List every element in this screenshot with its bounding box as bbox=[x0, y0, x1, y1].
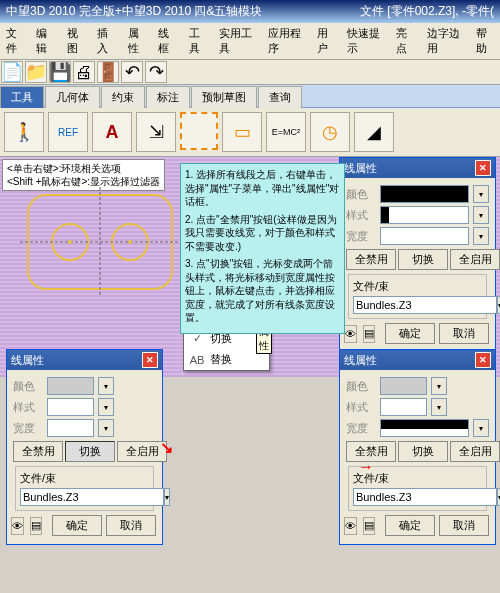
menu-app[interactable]: 应用程序 bbox=[266, 25, 307, 57]
close-icon[interactable]: ✕ bbox=[142, 352, 158, 368]
menu-user[interactable]: 用户 bbox=[315, 25, 337, 57]
app-title: 中望3D 2010 完全版+中望3D 2010 四&五轴模块 bbox=[6, 3, 262, 20]
ok-button[interactable]: 确定 bbox=[385, 323, 435, 344]
file-input[interactable] bbox=[353, 296, 497, 314]
print-icon[interactable]: 🖨 bbox=[73, 61, 95, 83]
color-label: 颜色 bbox=[346, 187, 376, 202]
layer-icon[interactable]: ▤ bbox=[363, 325, 375, 343]
width-dd[interactable]: ▾ bbox=[473, 227, 489, 245]
line-prop-panel-2: 线属性✕ 颜色▾ 样式▾ 宽度▾ 全禁用 切换 全启用 文件/束 ▾ 👁 ▤ 确… bbox=[6, 349, 163, 377]
close-icon[interactable]: ✕ bbox=[475, 160, 491, 176]
instruction-box: 1. 选择所有线段之后，右键单击，选择"属性"子菜单，弹出"线属性"对话框。 2… bbox=[180, 163, 345, 334]
style-input[interactable] bbox=[380, 206, 469, 224]
file-label: 文件/束 bbox=[353, 279, 482, 294]
tab-geom[interactable]: 几何体 bbox=[45, 86, 100, 108]
sketch-geometry bbox=[20, 187, 180, 297]
ref-icon[interactable]: REF bbox=[48, 112, 88, 152]
menu-view[interactable]: 视图 bbox=[65, 25, 87, 57]
text-icon[interactable]: A bbox=[92, 112, 132, 152]
menu-tip[interactable]: 快速提示 bbox=[345, 25, 386, 57]
line-prop-panel-3: 线属性✕ 颜色▾ 样式▾ 宽度▾ 全禁用 切换 全启用 文件/束 ▾ 👁 ▤ 确… bbox=[339, 349, 496, 377]
paint-icon[interactable]: ◢ bbox=[354, 112, 394, 152]
menu-attr[interactable]: 属性 bbox=[126, 25, 148, 57]
undo-icon[interactable]: ↶ bbox=[121, 61, 143, 83]
menu-insert[interactable]: 插入 bbox=[95, 25, 117, 57]
menu-help[interactable]: 帮助 bbox=[474, 25, 496, 57]
svg-point-6 bbox=[128, 240, 132, 244]
tab-dim[interactable]: 标注 bbox=[146, 86, 190, 108]
width-input[interactable] bbox=[380, 227, 469, 245]
panel-title: 线属性 bbox=[11, 353, 44, 368]
menu-edge[interactable]: 边字边用 bbox=[425, 25, 466, 57]
menu-tools[interactable]: 工具 bbox=[187, 25, 209, 57]
menu-wire[interactable]: 线框 bbox=[156, 25, 178, 57]
width-label: 宽度 bbox=[346, 229, 376, 244]
menu-util[interactable]: 实用工具 bbox=[217, 25, 258, 57]
doc-title: 文件 [零件002.Z3], -零件( bbox=[360, 3, 494, 20]
tab-query[interactable]: 查询 bbox=[258, 86, 302, 108]
panel-title: 线属性 bbox=[344, 161, 377, 176]
toggle-button[interactable]: 切换 bbox=[398, 249, 448, 270]
style-dd[interactable]: ▾ bbox=[473, 206, 489, 224]
menubar: 文件 编辑 视图 插入 属性 线框 工具 实用工具 应用程序 用户 快速提示 亮… bbox=[0, 23, 500, 60]
menu-edit[interactable]: 编辑 bbox=[34, 25, 56, 57]
panel-title: 线属性 bbox=[344, 353, 377, 368]
tab-sketch[interactable]: 预制草图 bbox=[191, 86, 257, 108]
line-prop-panel-1: 线属性✕ 颜色▾ 样式▾ 宽度▾ 全禁用 切换 全启用 文件/束 ▾ 👁 ▤ 确… bbox=[339, 157, 496, 353]
select-icon[interactable] bbox=[180, 112, 218, 150]
toolbar-std: 📄 📁 💾 🖨 🚪 ↶ ↷ bbox=[0, 60, 500, 85]
menu-file[interactable]: 文件 bbox=[4, 25, 26, 57]
color-dd[interactable]: ▾ bbox=[473, 185, 489, 203]
disable-all-button[interactable]: 全禁用 bbox=[346, 249, 396, 270]
formula-icon[interactable]: E=MC² bbox=[266, 112, 306, 152]
save-icon[interactable]: 💾 bbox=[49, 61, 71, 83]
switch-icon: ✓ bbox=[190, 332, 204, 346]
menu-hl[interactable]: 亮点 bbox=[394, 25, 416, 57]
cancel-button[interactable]: 取消 bbox=[439, 323, 489, 344]
exit-icon[interactable]: 🚪 bbox=[97, 61, 119, 83]
eye-icon[interactable]: 👁 bbox=[344, 325, 357, 343]
close-icon[interactable]: ✕ bbox=[475, 352, 491, 368]
toolbar-tools: 🚶 REF A ⇲ ▭ E=MC² ◷ ◢ bbox=[0, 108, 500, 157]
redo-icon[interactable]: ↷ bbox=[145, 61, 167, 83]
tabbar: 工具 几何体 约束 标注 预制草图 查询 bbox=[0, 85, 500, 108]
tab-tools[interactable]: 工具 bbox=[0, 86, 44, 108]
open-icon[interactable]: 📁 bbox=[25, 61, 47, 83]
color-swatch[interactable] bbox=[380, 185, 469, 203]
exit-tool-icon[interactable]: 🚶 bbox=[4, 112, 44, 152]
clock-icon[interactable]: ◷ bbox=[310, 112, 350, 152]
new-icon[interactable]: 📄 bbox=[1, 61, 23, 83]
rect-icon[interactable]: ▭ bbox=[222, 112, 262, 152]
enable-all-button[interactable]: 全启用 bbox=[450, 249, 500, 270]
replace-icon: AB bbox=[190, 353, 204, 367]
move-icon[interactable]: ⇲ bbox=[136, 112, 176, 152]
svg-point-5 bbox=[68, 240, 72, 244]
tab-constr[interactable]: 约束 bbox=[101, 86, 145, 108]
style-label: 样式 bbox=[346, 208, 376, 223]
